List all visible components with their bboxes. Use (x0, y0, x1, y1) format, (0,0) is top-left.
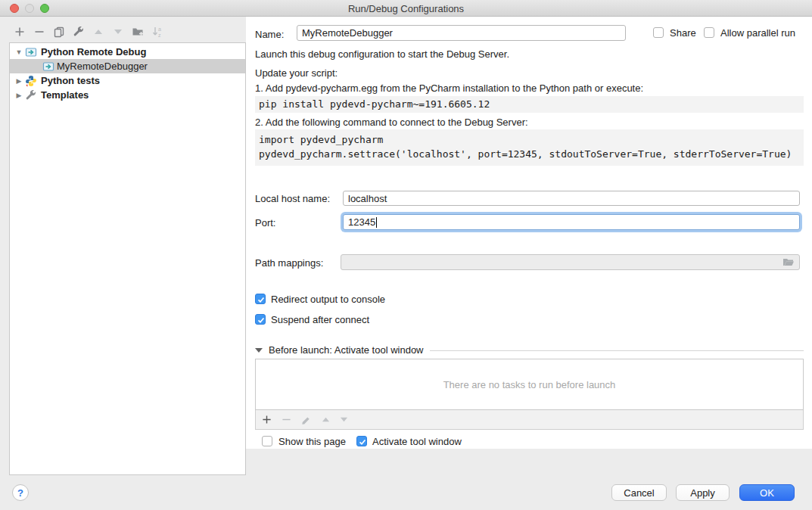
check-icon (257, 316, 266, 325)
tree-item-label: Python tests (41, 75, 100, 86)
tree-item-myremotedebugger-selected[interactable]: MyRemoteDebugger (10, 59, 245, 73)
add-folder-icon (132, 26, 144, 38)
tree-item-python-remote-debug[interactable]: ▼ Python Remote Debug (10, 45, 245, 59)
add-configuration-button[interactable] (14, 26, 26, 38)
before-launch-task-list[interactable]: There are no tasks to run before launch (255, 359, 804, 410)
settrace-code: import pydevd_pycharm pydevd_pycharm.set… (255, 129, 804, 166)
remote-debug-icon (25, 46, 37, 58)
activate-tool-window-checkbox[interactable] (356, 436, 367, 446)
task-list-toolbar (255, 410, 804, 430)
templates-wrench-icon (25, 89, 37, 101)
new-folder-button[interactable] (132, 26, 144, 38)
tree-item-python-tests[interactable]: ▶ Python tests (10, 73, 245, 88)
question-mark-icon: ? (17, 487, 23, 499)
section-divider (430, 350, 804, 351)
apply-button-label: Apply (690, 487, 715, 499)
cancel-button[interactable]: Cancel (611, 484, 667, 501)
move-task-up-button[interactable] (322, 415, 330, 424)
before-launch-label: Before launch: Activate tool window (269, 345, 424, 356)
sort-alpha-icon: az (151, 26, 163, 38)
step-2-text: 2. Add the following command to connect … (255, 117, 528, 128)
port-label: Port: (255, 218, 275, 229)
name-label: Name: (255, 30, 284, 40)
check-icon (358, 437, 367, 446)
svg-text:z: z (158, 33, 161, 38)
path-mappings-label: Path mappings: (255, 258, 323, 269)
copy-icon (53, 26, 65, 38)
tree-item-label: Python Remote Debug (41, 46, 146, 58)
remote-debug-icon (42, 61, 54, 73)
configurations-toolbar: az (14, 26, 163, 38)
settrace-code-line-1: import pydevd_pycharm (259, 134, 383, 145)
port-value: 12345 (348, 216, 375, 228)
description-line-1: Launch this debug configuration to start… (255, 49, 509, 60)
allow-parallel-run-label: Allow parallel run (720, 28, 795, 39)
path-mappings-input[interactable] (341, 254, 800, 270)
check-icon (257, 295, 266, 304)
configuration-editor-panel: Name: Share Allow parallel run Launch th… (246, 17, 812, 449)
arrow-down-icon (114, 27, 123, 36)
activate-tool-window-label: Activate tool window (372, 437, 462, 447)
run-debug-configurations-dialog: { "window": { "title": "Run/Debug Config… (0, 0, 812, 510)
show-this-page-checkbox[interactable] (262, 436, 272, 446)
port-input[interactable]: 12345 (343, 214, 800, 230)
allow-parallel-run-checkbox[interactable] (704, 27, 714, 38)
arrow-up-icon (94, 27, 103, 36)
add-task-button[interactable] (262, 415, 272, 424)
text-cursor (376, 217, 377, 228)
remove-configuration-button[interactable] (33, 26, 45, 38)
remove-task-button[interactable] (282, 415, 291, 424)
step-1-text: 1. Add pydevd-pycharm.egg from the PyCha… (255, 83, 643, 94)
empty-task-list-text: There are no tasks to run before launch (443, 379, 616, 390)
tree-item-label: MyRemoteDebugger (57, 61, 148, 72)
ok-button[interactable]: OK (739, 484, 795, 501)
apply-button[interactable]: Apply (676, 484, 730, 501)
copy-configuration-button[interactable] (53, 26, 65, 38)
sort-configurations-button[interactable]: az (151, 26, 163, 38)
title-bar: Run/Debug Configurations (0, 0, 812, 17)
python-icon (25, 75, 37, 87)
suspend-after-connect-checkbox[interactable] (255, 314, 266, 325)
plus-icon (14, 26, 25, 37)
expand-right-icon[interactable]: ▶ (14, 77, 23, 85)
settrace-code-line-2: pydevd_pycharm.settrace('localhost', por… (259, 148, 792, 160)
suspend-after-connect-label: Suspend after connect (271, 315, 369, 325)
expand-right-icon[interactable]: ▶ (14, 92, 23, 99)
share-checkbox[interactable] (653, 27, 664, 38)
redirect-output-label: Redirect output to console (271, 294, 385, 305)
window-title: Run/Debug Configurations (0, 3, 812, 14)
show-this-page-label: Show this page (278, 437, 346, 447)
name-input[interactable] (297, 25, 626, 41)
share-label: Share (670, 28, 696, 39)
ok-button-label: OK (760, 487, 774, 499)
move-task-down-button[interactable] (340, 415, 348, 424)
wrench-icon (73, 26, 85, 38)
browse-folder-icon[interactable] (782, 257, 795, 268)
minus-icon (34, 26, 45, 37)
cancel-button-label: Cancel (624, 487, 654, 499)
collapse-triangle-icon[interactable] (255, 348, 263, 353)
configurations-tree: ▼ Python Remote Debug MyRemoteDebugger ▶… (9, 42, 246, 475)
description-line-2: Update your script: (255, 68, 338, 79)
before-launch-section-header[interactable]: Before launch: Activate tool window (255, 345, 804, 356)
local-host-name-label: Local host name: (255, 194, 330, 204)
move-up-button[interactable] (92, 26, 104, 38)
svg-text:a: a (158, 26, 161, 32)
tree-item-templates[interactable]: ▶ Templates (10, 88, 245, 102)
redirect-output-checkbox[interactable] (255, 294, 266, 304)
local-host-name-input[interactable] (343, 191, 800, 206)
edit-task-pencil-button[interactable] (301, 415, 312, 425)
expand-down-icon[interactable]: ▼ (14, 48, 23, 56)
edit-defaults-button[interactable] (73, 26, 85, 38)
help-button[interactable]: ? (12, 484, 29, 501)
tree-item-label: Templates (41, 89, 89, 101)
pip-install-code: pip install pydevd-pycharm~=191.6605.12 (255, 96, 804, 113)
move-down-button[interactable] (112, 26, 124, 38)
